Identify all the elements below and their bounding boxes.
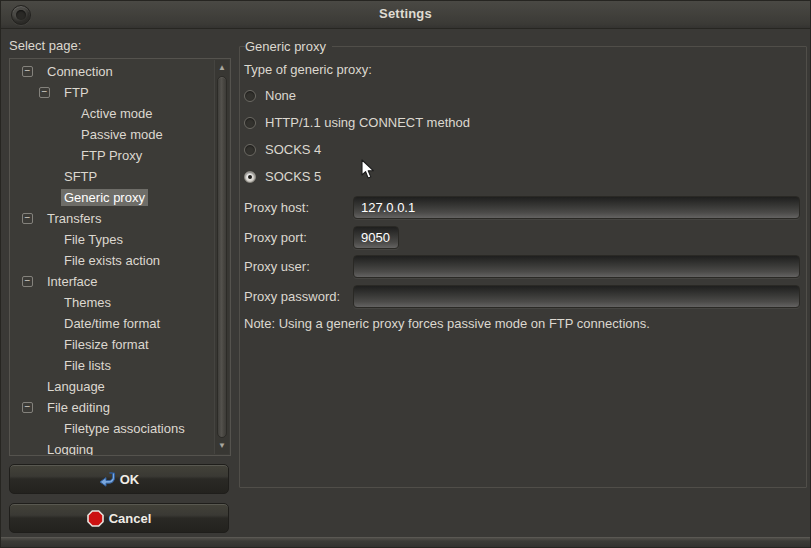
field-row: Proxy password: — [244, 282, 800, 312]
ok-button-label: OK — [120, 472, 140, 487]
tree-item[interactable]: Themes — [10, 292, 214, 313]
type-of-proxy-label: Type of generic proxy: — [244, 62, 372, 77]
expander-collapse-icon[interactable] — [22, 276, 33, 287]
radio-option-label: SOCKS 5 — [265, 169, 321, 184]
cancel-button[interactable]: Cancel — [9, 503, 229, 533]
tree-item[interactable]: Logging — [10, 439, 214, 456]
field-row: Proxy user: — [244, 252, 800, 282]
settings-tree[interactable]: Connection FTP Active mode Passive mode — [9, 58, 231, 456]
proxy-fields: Proxy host: Proxy port: Proxy user: Prox… — [244, 193, 800, 311]
window-title: Settings — [1, 6, 810, 21]
expander-collapse-icon[interactable] — [39, 87, 50, 98]
tree-item-label: Generic proxy — [61, 189, 148, 206]
radio-option-label: None — [265, 88, 296, 103]
generic-proxy-group: Generic proxy Type of generic proxy: Non… — [239, 39, 807, 488]
tree-item-label: Date/time format — [61, 315, 163, 332]
titlebar[interactable]: Settings — [1, 1, 810, 29]
expander-collapse-icon[interactable] — [22, 66, 33, 77]
tree-item-label: Themes — [61, 294, 114, 311]
radio-option-label: HTTP/1.1 using CONNECT method — [265, 115, 470, 130]
scroll-up-icon[interactable]: ▲ — [215, 62, 229, 74]
return-arrow-icon — [99, 472, 115, 487]
scroll-down-icon[interactable]: ▼ — [215, 440, 229, 452]
tree-item-label: Filetype associations — [61, 420, 188, 437]
tree-item-label: File lists — [61, 357, 114, 374]
tree-item[interactable]: Filetype associations — [10, 418, 214, 439]
ok-button[interactable]: OK — [9, 464, 229, 494]
radio-button-icon[interactable] — [244, 171, 256, 183]
tree-item[interactable]: File Types — [10, 229, 214, 250]
tree-item[interactable]: FTP — [10, 82, 214, 103]
radio-option-label: SOCKS 4 — [265, 142, 321, 157]
field-input[interactable] — [353, 285, 800, 308]
proxy-type-radio-group: None HTTP/1.1 using CONNECT method SOCKS… — [244, 82, 800, 190]
tree-item-label: Transfers — [44, 210, 104, 227]
tree-item[interactable]: Date/time format — [10, 313, 214, 334]
tree-item[interactable]: Language — [10, 376, 214, 397]
field-row: Proxy host: — [244, 193, 800, 223]
tree-item[interactable]: FTP Proxy — [10, 145, 214, 166]
tree-rows: Connection FTP Active mode Passive mode — [10, 61, 214, 456]
tree-item[interactable]: Passive mode — [10, 124, 214, 145]
field-label: Proxy user: — [244, 259, 353, 274]
field-label: Proxy port: — [244, 230, 353, 245]
tree-item-label: File editing — [44, 399, 113, 416]
expander-collapse-icon[interactable] — [22, 213, 33, 224]
tree-item[interactable]: File editing — [10, 397, 214, 418]
radio-option[interactable]: SOCKS 5 — [244, 163, 800, 190]
select-page-label: Select page: — [9, 38, 81, 53]
note-text: Note: Using a generic proxy forces passi… — [244, 316, 650, 331]
radio-button-icon[interactable] — [244, 90, 256, 102]
tree-item[interactable]: File lists — [10, 355, 214, 376]
scrollbar-thumb[interactable] — [217, 76, 227, 438]
tree-item[interactable]: Generic proxy — [10, 187, 214, 208]
tree-item-label: Language — [44, 378, 108, 395]
tree-item[interactable]: SFTP — [10, 166, 214, 187]
field-input[interactable] — [353, 255, 800, 278]
radio-option[interactable]: SOCKS 4 — [244, 136, 800, 163]
tree-item[interactable]: File exists action — [10, 250, 214, 271]
stop-octagon-icon — [87, 510, 104, 527]
tree-item-label: Connection — [44, 63, 116, 80]
tree-item-label: FTP — [61, 84, 92, 101]
cancel-button-label: Cancel — [109, 511, 152, 526]
tree-item-label: Passive mode — [78, 126, 166, 143]
tree-item[interactable]: Active mode — [10, 103, 214, 124]
group-legend: Generic proxy — [245, 39, 332, 54]
field-row: Proxy port: — [244, 223, 800, 253]
field-input[interactable] — [353, 196, 800, 219]
tree-item-label: Filesize format — [61, 336, 152, 353]
field-label: Proxy password: — [244, 289, 353, 304]
radio-option[interactable]: HTTP/1.1 using CONNECT method — [244, 109, 800, 136]
tree-item-label: File Types — [61, 231, 126, 248]
tree-item[interactable]: Connection — [10, 61, 214, 82]
expander-collapse-icon[interactable] — [22, 402, 33, 413]
radio-button-icon[interactable] — [244, 144, 256, 156]
field-input[interactable] — [353, 226, 399, 249]
tree-item[interactable]: Filesize format — [10, 334, 214, 355]
settings-dialog: Settings Select page: Connection FTP Act… — [0, 0, 811, 548]
tree-item[interactable]: Transfers — [10, 208, 214, 229]
tree-item[interactable]: Interface — [10, 271, 214, 292]
tree-item-label: Logging — [44, 441, 96, 456]
radio-button-icon[interactable] — [244, 117, 256, 129]
tree-item-label: SFTP — [61, 168, 100, 185]
tree-item-label: Active mode — [78, 105, 156, 122]
tree-item-label: File exists action — [61, 252, 163, 269]
field-label: Proxy host: — [244, 200, 353, 215]
radio-option[interactable]: None — [244, 82, 800, 109]
tree-item-label: Interface — [44, 273, 101, 290]
tree-item-label: FTP Proxy — [78, 147, 145, 164]
tree-scrollbar[interactable]: ▲ ▼ — [214, 60, 229, 454]
